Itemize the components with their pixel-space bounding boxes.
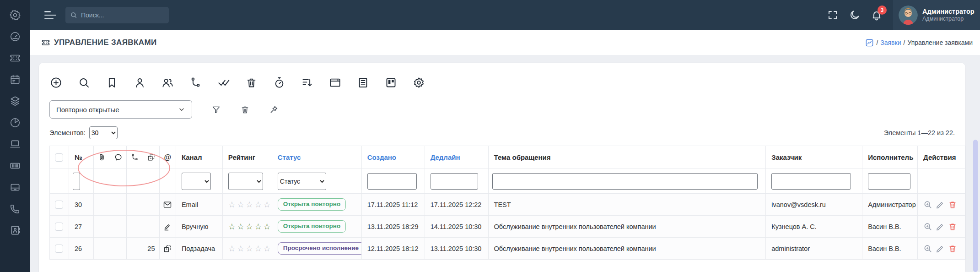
delete-ticket-button[interactable]	[948, 200, 957, 209]
view-ticket-button[interactable]	[923, 222, 932, 231]
edit-ticket-button[interactable]	[936, 200, 945, 209]
assign-user-button[interactable]	[133, 76, 146, 89]
saved-filter-select[interactable]: Повторно открытые	[49, 100, 192, 119]
workflow-button[interactable]	[188, 76, 202, 89]
ticket-number: 26	[69, 238, 94, 260]
filter-num-input[interactable]	[73, 173, 80, 190]
subtask-icon[interactable]	[130, 153, 139, 162]
edit-ticket-button[interactable]	[936, 244, 945, 253]
col-header-channel[interactable]: Канал	[176, 146, 223, 169]
delete-filter-icon[interactable]	[240, 105, 250, 114]
sidebar-nav	[0, 0, 30, 272]
table-header-row: № @ Канал Рейтинг Статус Создано Дедлайн…	[50, 146, 965, 169]
global-search[interactable]	[65, 7, 169, 23]
breadcrumb-current: Управление заявками	[907, 39, 973, 46]
timer-button[interactable]	[272, 76, 286, 89]
laptop-icon[interactable]	[9, 138, 21, 150]
row-checkbox[interactable]	[55, 201, 63, 209]
archive-icon[interactable]	[9, 181, 21, 193]
assignee-cell: Администратор	[862, 194, 918, 216]
kanban-button[interactable]	[384, 76, 398, 89]
bookmark-button[interactable]	[105, 76, 118, 89]
copies-icon[interactable]	[147, 153, 156, 162]
filter-subject-input[interactable]	[492, 173, 758, 190]
table-row[interactable]: 26 25 Подзадача ☆☆☆☆☆ Просрочено исполне…	[50, 238, 965, 260]
user-role: Администратор	[922, 16, 975, 23]
row-checkbox[interactable]	[55, 223, 63, 231]
range-text: Элементы 1—22 из 22.	[884, 129, 955, 136]
col-header-actions: Действия	[918, 146, 965, 169]
filter-status-select[interactable]: Статус	[278, 173, 326, 190]
filter-rating-select[interactable]	[228, 173, 263, 190]
col-header-rating[interactable]: Рейтинг	[223, 146, 272, 169]
tickets-toolbar	[39, 63, 965, 89]
mention-icon[interactable]: @	[164, 153, 172, 162]
created-cell: 17.11.2025 11:12	[362, 194, 425, 216]
col-header-deadline[interactable]: Дедлайн	[425, 146, 489, 169]
dashboard-icon[interactable]	[9, 31, 21, 43]
filter-channel-select[interactable]	[182, 173, 211, 190]
col-header-subject[interactable]: Тема обращения	[489, 146, 766, 169]
rating-stars[interactable]: ☆☆☆☆☆	[228, 222, 272, 232]
filter-deadline-input[interactable]	[431, 173, 478, 190]
approve-button[interactable]	[216, 76, 230, 89]
subject-cell[interactable]: Обслуживание внутренних пользователей ко…	[489, 216, 766, 238]
apply-filter-icon[interactable]	[211, 105, 221, 114]
subject-cell[interactable]: TEST	[489, 194, 766, 216]
filter-created-input[interactable]	[367, 173, 417, 190]
vertical-scrollbar[interactable]	[973, 140, 978, 272]
delete-ticket-button[interactable]	[948, 222, 957, 231]
table-settings-button[interactable]	[412, 76, 425, 89]
notifications-bell-icon[interactable]: 3	[871, 10, 882, 21]
filter-assignee-input[interactable]	[868, 173, 910, 190]
per-page-select[interactable]: 30	[89, 126, 118, 139]
col-header-assignee[interactable]: Исполнитель	[862, 146, 918, 169]
assign-group-button[interactable]	[161, 76, 174, 89]
layers-icon[interactable]	[9, 95, 21, 107]
settings-icon[interactable]	[9, 9, 21, 21]
rating-stars[interactable]: ☆☆☆☆☆	[228, 200, 272, 210]
comment-icon[interactable]	[114, 153, 123, 162]
subject-cell[interactable]: Обслуживание внутренних пользователей ко…	[489, 238, 766, 260]
status-badge: Открыта повторно	[278, 198, 346, 211]
created-cell: 13.11.2025 18:29	[362, 216, 425, 238]
calendar-icon[interactable]	[9, 74, 21, 86]
search-input[interactable]	[81, 11, 159, 19]
edit-ticket-button[interactable]	[936, 222, 945, 231]
window-view-button[interactable]	[328, 76, 342, 89]
chevron-down-icon	[178, 106, 185, 113]
page-title: УПРАВЛЕНИЕ ЗАЯВКАМИ	[41, 38, 157, 47]
customer-cell: administrator	[766, 238, 862, 260]
col-header-num[interactable]: №	[69, 146, 94, 169]
contacts-icon[interactable]	[9, 224, 21, 236]
search-tickets-button[interactable]	[77, 76, 91, 89]
fullscreen-icon[interactable]	[827, 10, 838, 21]
delete-ticket-button[interactable]	[948, 244, 957, 253]
report-button[interactable]	[356, 76, 370, 89]
col-header-created[interactable]: Создано	[362, 146, 425, 169]
col-header-status[interactable]: Статус	[272, 146, 362, 169]
user-menu[interactable]: Администратор Администратор	[893, 0, 980, 30]
table-row[interactable]: 30 Email ☆☆☆☆☆ Открыта повторно 17.11.20…	[50, 194, 965, 216]
view-ticket-button[interactable]	[923, 200, 932, 209]
row-checkbox[interactable]	[55, 245, 63, 253]
chart-icon[interactable]	[865, 38, 874, 47]
view-ticket-button[interactable]	[923, 244, 932, 253]
rating-stars[interactable]: ☆☆☆☆☆	[228, 244, 272, 254]
paperclip-icon[interactable]	[97, 153, 106, 162]
pie-chart-icon[interactable]	[9, 117, 21, 129]
barcode-icon[interactable]	[9, 160, 21, 172]
breadcrumb-link-tickets[interactable]: Заявки	[880, 39, 901, 46]
pin-filter-icon[interactable]	[269, 105, 279, 114]
ticket-icon[interactable]	[9, 52, 21, 64]
table-row[interactable]: 27 Вручную ☆☆☆☆☆ Открыта повторно 13.11.…	[50, 216, 965, 238]
dark-mode-icon[interactable]	[849, 10, 860, 21]
select-all-checkbox[interactable]	[55, 153, 63, 162]
delete-button[interactable]	[244, 76, 258, 89]
sort-descending-button[interactable]	[300, 76, 314, 89]
add-ticket-button[interactable]	[49, 76, 63, 89]
phone-icon[interactable]	[9, 203, 21, 215]
menu-toggle-icon[interactable]	[44, 11, 56, 19]
col-header-customer[interactable]: Заказчик	[766, 146, 862, 169]
filter-customer-input[interactable]	[771, 173, 851, 190]
